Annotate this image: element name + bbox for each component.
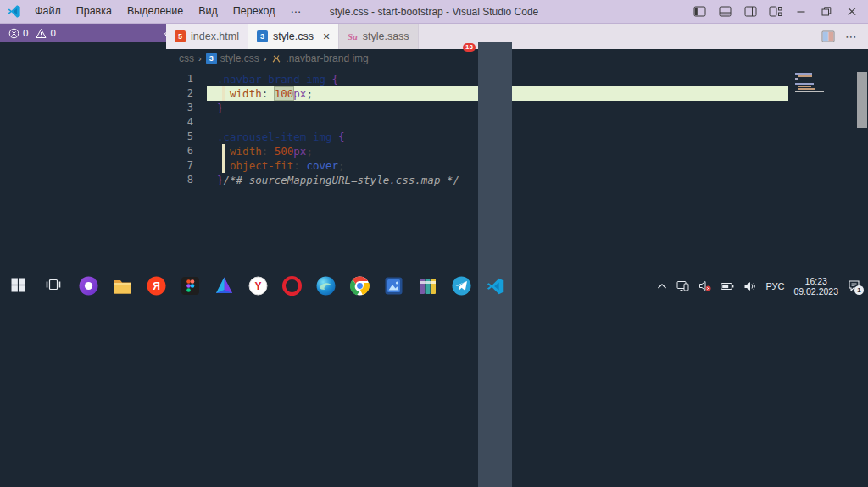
svg-text:Y: Y: [254, 280, 261, 292]
line-number: 2: [166, 86, 207, 101]
vscode-window: ФайлПравкаВыделениеВидПереход⋯ style.css…: [0, 0, 868, 487]
monitor-icon: [676, 280, 689, 291]
winrar-icon: [418, 276, 437, 296]
line-number: 7: [166, 158, 207, 173]
taskbar-alice[interactable]: [71, 42, 105, 487]
file-sass-icon: Sa: [348, 31, 358, 42]
pinned-apps: ЯY13: [71, 42, 512, 487]
yandex-browser-icon: Я: [147, 276, 166, 296]
taskbar-file-explorer[interactable]: [105, 42, 139, 487]
line-number: 6: [166, 144, 207, 158]
line-number: 4: [166, 115, 207, 130]
code-line-7[interactable]: 7 object-fit: cover;: [166, 158, 868, 173]
menu-Переход[interactable]: Переход: [225, 3, 283, 20]
photos-icon: [384, 276, 403, 296]
taskbar-chrome[interactable]: [342, 42, 376, 487]
split-editor-icon: [821, 30, 835, 42]
line-number: 5: [166, 130, 207, 144]
status-text: 0: [23, 28, 28, 38]
split-editor-button[interactable]: [821, 30, 835, 42]
menu-Вид[interactable]: Вид: [191, 3, 225, 20]
line-number: 1: [166, 72, 207, 86]
close-button[interactable]: [839, 1, 865, 23]
warning-icon: [36, 28, 47, 39]
window-controls: [687, 1, 868, 23]
chrome-icon: [350, 276, 370, 296]
yandex-icon: Y: [248, 276, 268, 296]
restore-button[interactable]: [814, 1, 839, 23]
minimize-icon: [795, 6, 807, 17]
windows-logo-icon: [11, 278, 25, 295]
code-text: .navbar-brand img {: [207, 72, 338, 86]
status-text: 0: [50, 28, 55, 38]
menu-Файл[interactable]: Файл: [27, 3, 69, 20]
taskbar-winrar[interactable]: [410, 42, 444, 487]
layout-sidebar-button[interactable]: [687, 1, 712, 23]
taskbar-edge[interactable]: [309, 42, 342, 487]
figma-icon: [181, 276, 200, 296]
minimap-line: [798, 86, 811, 87]
layout-sidebar-right-button[interactable]: [737, 1, 763, 23]
start-button[interactable]: [0, 42, 36, 487]
lang-indicator[interactable]: РУС: [765, 281, 784, 291]
paint-3d-icon: [214, 276, 234, 296]
editor-scrollbar[interactable]: [857, 72, 867, 128]
audio-muted-icon: [698, 280, 711, 291]
notification-center-button[interactable]: 1: [848, 279, 860, 293]
minimize-button[interactable]: [788, 1, 814, 23]
tray-chevron-up[interactable]: [657, 283, 667, 290]
svg-text:Я: Я: [153, 280, 160, 292]
tray-audio-muted[interactable]: [698, 280, 711, 291]
layout-sidebar-right-icon: [744, 6, 757, 17]
title-bar: ФайлПравкаВыделениеВидПереход⋯ style.css…: [0, 0, 868, 24]
more-actions-button[interactable]: ⋯: [845, 30, 858, 43]
code-line-2[interactable]: 2 width: 100px;: [166, 86, 868, 101]
code-text: .carousel-item img {: [207, 130, 345, 144]
menu-⋯[interactable]: ⋯: [283, 3, 309, 20]
code-text: width: 500px;: [207, 144, 313, 158]
clock[interactable]: 16:23 09.02.2023: [793, 276, 838, 296]
menu-bar: ФайлПравкаВыделениеВидПереход⋯: [27, 3, 309, 20]
task-view-button[interactable]: [36, 42, 71, 487]
more-icon: ⋯: [845, 30, 858, 43]
file-explorer-icon: [113, 276, 132, 296]
code-line-8[interactable]: 8}/*# sourceMappingURL=style.css.map */: [166, 173, 868, 187]
tray-time: 16:23: [793, 276, 838, 286]
minimap-line: [798, 88, 815, 90]
telegram-icon: [452, 276, 471, 296]
menu-Выделение[interactable]: Выделение: [120, 3, 191, 20]
layout-sidebar-icon: [693, 6, 706, 17]
layout-grid-button[interactable]: [763, 1, 788, 23]
taskbar-yandex[interactable]: Y: [241, 42, 275, 487]
tab-label: style.css: [273, 30, 314, 42]
layout-panel-button[interactable]: [712, 1, 737, 23]
minimap[interactable]: [795, 73, 854, 93]
menu-Правка[interactable]: Правка: [69, 3, 120, 20]
taskbar-photos[interactable]: [376, 42, 410, 487]
tab-label: index.html: [191, 30, 239, 42]
opera-icon: [282, 276, 302, 296]
code-line-5[interactable]: 5.carousel-item img {: [166, 130, 868, 144]
line-number: 3: [166, 101, 207, 115]
layout-panel-icon: [719, 6, 732, 17]
close-icon[interactable]: ×: [323, 30, 330, 43]
code-line-6[interactable]: 6 width: 500px;: [166, 144, 868, 158]
status-left: 00: [8, 28, 56, 39]
code-text: width: 100px;: [207, 86, 313, 101]
tray-monitor[interactable]: [676, 280, 689, 291]
chevron-up-icon: [657, 283, 667, 290]
status-0[interactable]: 0: [8, 28, 28, 39]
status-0[interactable]: 0: [36, 28, 55, 39]
taskbar-opera[interactable]: [275, 42, 309, 487]
taskbar-vscode[interactable]: [478, 42, 512, 487]
taskbar-telegram[interactable]: 13: [444, 42, 478, 487]
minimap-line: [795, 78, 798, 80]
code-line-1[interactable]: 1.navbar-brand img {: [166, 72, 868, 86]
code-text: }/*# sourceMappingURL=style.css.map */: [207, 173, 459, 187]
circle-x-icon: [8, 28, 19, 39]
alice-icon: [79, 276, 98, 296]
tray-volume[interactable]: [743, 281, 756, 291]
minimap-line: [795, 91, 824, 92]
tray-date: 09.02.2023: [793, 286, 838, 296]
tray-battery[interactable]: [721, 282, 734, 291]
